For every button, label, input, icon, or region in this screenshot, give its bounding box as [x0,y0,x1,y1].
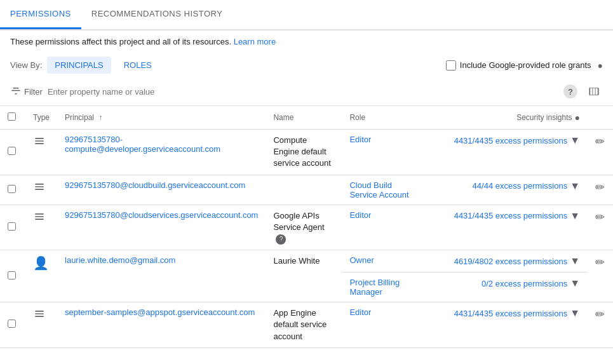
row-principal-cell: 929675135780@cloudbuild.gserviceaccount.… [57,175,266,205]
principal-link[interactable]: laurie.white.demo@gmail.com [65,255,175,265]
view-by-label: View By: [10,60,42,70]
view-by-section: View By: PRINCIPALS ROLES [10,57,159,74]
row-checkbox-cell [0,302,25,348]
learn-more-link[interactable]: Learn more [234,37,276,46]
row-security-cell: 44/44 excess permissions ▼ [424,175,588,205]
filter-left: Filter [10,86,206,97]
excess-permissions-link[interactable]: 4431/4435 excess permissions [454,309,568,318]
table-container: Type Principal ↑ Name Role Security insi… [0,106,613,348]
row-name-cell: Google APIs Service Agent ? [266,205,342,250]
row-principal-cell: 929675135780-compute@developer.gservicea… [57,130,266,175]
role-link[interactable]: Project Billing Manager [349,278,400,297]
row-checkbox-cell [0,250,25,302]
info-text: These permissions affect this project an… [10,37,231,46]
edit-icon[interactable]: ✏ [595,211,605,224]
row-role-cell: Editor [342,130,424,175]
row-principal-cell: september-samples@appspot.gserviceaccoun… [57,302,266,348]
row-edit-cell: ✏ [588,175,613,205]
header-security-label: Security insights [516,113,572,122]
permissions-table: Type Principal ↑ Name Role Security insi… [0,106,613,348]
include-section: Include Google-provided role grants ● [446,60,603,71]
row-checkbox[interactable] [8,185,16,193]
role-link[interactable]: Editor [349,135,371,144]
row-name-cell: Laurie White [266,250,342,302]
row-checkbox[interactable] [8,271,16,280]
row-name-cell [266,175,342,205]
service-account-icon [33,183,46,196]
help-icon-security[interactable]: ● [575,112,580,123]
role-link[interactable]: Editor [349,210,371,220]
row-type-cell [25,130,57,175]
principal-link[interactable]: september-samples@appspot.gserviceaccoun… [65,307,255,317]
row-type-cell [25,175,57,205]
excess-permissions-link[interactable]: 4431/4435 excess permissions [454,136,568,145]
row-name-cell: App Engine default service account [266,302,342,348]
edit-icon[interactable]: ✏ [595,135,605,148]
service-account-icon [33,137,46,150]
row-edit-cell: ✏ [588,205,613,250]
excess-permissions-link[interactable]: 0/2 excess permissions [482,279,567,288]
role-link[interactable]: Owner [349,255,374,265]
header-name-label: Name [273,113,293,122]
service-account-icon [33,213,46,226]
tab-permissions[interactable]: PERMISSIONS [0,0,81,29]
row-checkbox[interactable] [8,320,16,328]
row-security-cell: 4431/4435 excess permissions ▼ [424,302,588,348]
principal-link[interactable]: 929675135780-compute@developer.gservicea… [65,135,220,154]
role-link[interactable]: Cloud Build Service Account [349,180,408,199]
service-account-icon [33,310,46,323]
row-security-cell: 4431/4435 excess permissions ▼ [424,205,588,250]
include-google-checkbox[interactable] [446,60,456,71]
excess-permissions-link[interactable]: 4619/4802 excess permissions [454,257,568,266]
excess-permissions-link[interactable]: 44/44 excess permissions [473,181,568,191]
filter-icon [10,86,22,97]
row-principal-cell: laurie.white.demo@gmail.com [57,250,266,302]
help-icon-include[interactable]: ● [598,60,603,71]
row-edit-cell: ✏ [588,250,613,302]
security-row: 44/44 excess permissions ▼ [432,180,580,192]
row-role-cell: Owner [342,250,424,273]
row-type-cell: 👤 [25,250,57,302]
filter-bar: Filter ? [0,78,613,106]
principal-link[interactable]: 929675135780@cloudservices.gserviceaccou… [65,210,258,220]
edit-icon[interactable]: ✏ [595,256,605,269]
chevron-down-icon[interactable]: ▼ [570,255,580,267]
header-security: Security insights ● [424,106,588,130]
header-checkbox-cell [0,106,25,130]
filter-input[interactable] [48,87,206,97]
security-header-content: Security insights ● [432,112,580,123]
help-icon-filter[interactable]: ? [563,84,577,98]
row-security-cell: 4619/4802 excess permissions ▼ [424,250,588,273]
row-type-cell [25,302,57,348]
role-link[interactable]: Editor [349,307,371,317]
row-checkbox-cell [0,175,25,205]
chevron-down-icon[interactable]: ▼ [570,210,580,222]
view-roles-button[interactable]: ROLES [116,57,159,74]
header-principal[interactable]: Principal ↑ [57,106,266,130]
tab-recommendations[interactable]: RECOMMENDATIONS HISTORY [81,0,233,29]
columns-icon[interactable] [585,83,603,100]
view-principals-button[interactable]: PRINCIPALS [47,57,111,74]
chevron-down-icon[interactable]: ▼ [570,180,580,192]
view-bar: View By: PRINCIPALS ROLES Include Google… [0,53,613,78]
security-row: 4619/4802 excess permissions ▼ [432,255,580,267]
table-row: 929675135780-compute@developer.gservicea… [0,130,613,175]
header-type-label: Type [33,113,50,122]
principal-link[interactable]: 929675135780@cloudbuild.gserviceaccount.… [65,180,245,190]
row-checkbox[interactable] [8,222,16,231]
chevron-down-icon[interactable]: ▼ [570,307,580,319]
row-security-cell: 4431/4435 excess permissions ▼ [424,130,588,175]
header-edit [588,106,613,130]
chevron-down-icon[interactable]: ▼ [570,278,580,289]
row-role-cell: Editor [342,302,424,348]
edit-icon[interactable]: ✏ [595,181,605,194]
chevron-down-icon[interactable]: ▼ [570,135,580,146]
row-checkbox[interactable] [8,147,16,155]
security-row: 0/2 excess permissions ▼ [432,278,580,289]
select-all-checkbox[interactable] [8,112,16,121]
help-icon-name[interactable]: ? [276,234,286,245]
tabs-container: PERMISSIONS RECOMMENDATIONS HISTORY [0,0,613,30]
excess-permissions-link[interactable]: 4431/4435 excess permissions [454,211,568,220]
edit-icon[interactable]: ✏ [595,308,605,321]
column-icon-svg [588,85,600,98]
